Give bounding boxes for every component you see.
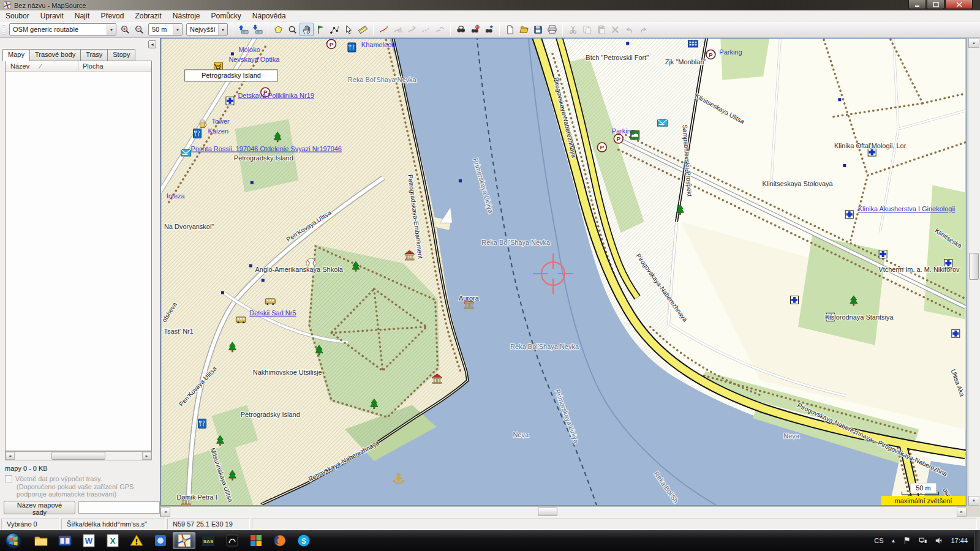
zoom-tool-button[interactable] [285, 23, 300, 36]
show-desktop-button[interactable] [974, 530, 980, 551]
checkbox-label: Včetně dat pro výpočet trasy. [15, 475, 102, 482]
menu-item-najít[interactable]: Najít [69, 10, 96, 21]
pan-hand-tool-button[interactable] [300, 23, 314, 36]
tab-mapy[interactable]: Mapy [2, 49, 30, 61]
volume-icon[interactable] [935, 536, 943, 545]
taskbar-windows-app[interactable] [244, 532, 267, 549]
waypoint-tool-button[interactable] [314, 23, 328, 36]
scale-select[interactable]: 50 m ▼ [148, 23, 183, 36]
zoom-out-button[interactable] [132, 23, 146, 36]
menu-item-upravit[interactable]: Upravit [35, 10, 69, 21]
route-tool-button[interactable] [328, 23, 342, 36]
scroll-left-icon[interactable]: ◄ [6, 452, 15, 460]
zoom-in-button[interactable] [118, 23, 132, 36]
maximize-button[interactable] [927, 0, 944, 9]
map-canvas[interactable]: PPPPP MolokoNevskaya OptikaKhameleonDets… [160, 38, 967, 506]
minimize-button[interactable] [908, 0, 926, 9]
close-button[interactable] [945, 0, 973, 9]
taskbar-file-manager[interactable] [53, 532, 76, 549]
restaurant-icon [348, 43, 356, 52]
taskbar-mapsource[interactable] [173, 532, 195, 549]
poi-label: Moloko [238, 46, 260, 53]
receive-from-device-button[interactable] [251, 23, 265, 36]
menu-item-pomůcky[interactable]: Pomůcky [205, 10, 246, 21]
tab-trasové-body[interactable]: Trasové body [29, 49, 81, 61]
taskbar-viewer-app[interactable] [149, 532, 172, 549]
join-track-tool-icon [435, 24, 445, 35]
scroll-down-icon[interactable]: ▼ [968, 496, 979, 506]
selection-tool-button[interactable] [342, 23, 356, 36]
new-document-button[interactable] [503, 23, 517, 36]
draw-route-tool-button[interactable] [377, 23, 391, 36]
maps-summary: mapy 0 - 0 KB [5, 465, 48, 472]
svg-text:maximální zvětšení: maximální zvětšení [895, 497, 952, 504]
map-horizontal-scrollbar[interactable]: ◄ ► [160, 506, 967, 517]
poi-label: Detskaya Poliklinika Nr19 [238, 92, 314, 99]
taskbar-spreadsheet[interactable]: X [101, 532, 124, 549]
map-list[interactable]: Název ∕ Plocha [5, 61, 152, 451]
menu-bar: SouborUpravitNajítPřevodZobrazitNástroje… [0, 10, 980, 21]
mapset-name-button[interactable]: Název mapové sady [4, 501, 75, 514]
menu-item-převod[interactable]: Převod [95, 10, 129, 21]
tray-expand-icon[interactable]: ▲ [891, 538, 896, 544]
taskbar-word-processor[interactable]: W [77, 532, 100, 549]
scroll-left-icon[interactable]: ◄ [160, 508, 170, 517]
svg-text:P: P [600, 144, 605, 151]
menu-item-nápověda[interactable]: Nápověda [247, 10, 292, 21]
svg-text:P: P [330, 41, 334, 48]
menu-item-nástroje[interactable]: Nástroje [167, 10, 206, 21]
find-recent-button[interactable] [482, 23, 496, 36]
send-to-device-button[interactable] [236, 23, 251, 36]
column-plocha[interactable]: Plocha [79, 61, 151, 71]
taskbar-explorer[interactable] [29, 532, 52, 549]
column-nazev[interactable]: Název ∕ [6, 61, 79, 71]
bluesq-icon [262, 279, 265, 282]
tab-stopy[interactable]: Stopy [107, 49, 135, 61]
menu-item-zobrazit[interactable]: Zobrazit [129, 10, 167, 21]
scroll-thumb[interactable] [51, 452, 105, 460]
map-vertical-scrollbar[interactable]: ▲ ▼ [968, 38, 980, 506]
zoom-out-icon [134, 24, 145, 35]
action-center-flag-icon[interactable] [903, 536, 911, 545]
list-horizontal-scrollbar[interactable]: ◄ ► [5, 451, 152, 460]
sort-indicator: ∕ [40, 62, 41, 70]
scroll-thumb[interactable] [538, 508, 557, 516]
chevron-down-icon[interactable]: ▼ [218, 24, 227, 35]
taskbar-alert-app[interactable] [125, 532, 148, 549]
scroll-right-icon[interactable]: ► [957, 508, 967, 517]
print-button[interactable] [545, 23, 559, 36]
measure-tool-button[interactable] [356, 23, 370, 36]
start-button[interactable] [2, 531, 25, 550]
toolbar-separator [268, 23, 268, 36]
find-nearest-button[interactable] [468, 23, 482, 36]
column-area-label: Plocha [83, 62, 104, 70]
save-document-button[interactable] [531, 23, 545, 36]
clock[interactable]: 17:44 [951, 537, 968, 544]
viewer-app-icon [153, 533, 168, 548]
tab-trasy[interactable]: Trasy [80, 49, 108, 61]
menu-item-soubor[interactable]: Soubor [0, 10, 35, 21]
mapset-name-input[interactable] [78, 501, 160, 514]
sidebar-collapse-button[interactable]: ◄ [148, 40, 156, 48]
detail-select[interactable]: Nejvyšší ▼ [186, 23, 228, 36]
checkbox[interactable] [5, 475, 12, 482]
spreadsheet-icon: X [105, 533, 120, 548]
restaurant-icon [198, 419, 206, 428]
open-document-button[interactable] [517, 23, 531, 36]
network-icon[interactable] [919, 536, 927, 545]
map-select-tool-button[interactable] [271, 23, 285, 36]
taskbar-sas-planet[interactable]: SAS [197, 532, 219, 549]
split-track-tool-icon [421, 24, 431, 35]
chevron-down-icon[interactable]: ▼ [173, 24, 182, 35]
product-select[interactable]: OSM generic routable ▼ [9, 23, 116, 36]
tray-language[interactable]: CS [874, 537, 883, 544]
chevron-down-icon[interactable]: ▼ [107, 24, 116, 35]
taskbar-skype[interactable]: S [292, 532, 315, 549]
scroll-up-icon[interactable]: ▲ [968, 38, 979, 48]
find-button[interactable] [454, 23, 468, 36]
taskbar-firefox[interactable] [268, 532, 291, 549]
checkbox-note: podporuje automatické trasování) [5, 490, 157, 498]
scroll-thumb[interactable] [969, 253, 979, 280]
scroll-right-icon[interactable]: ► [142, 452, 151, 460]
taskbar-dark-app[interactable] [221, 532, 243, 549]
